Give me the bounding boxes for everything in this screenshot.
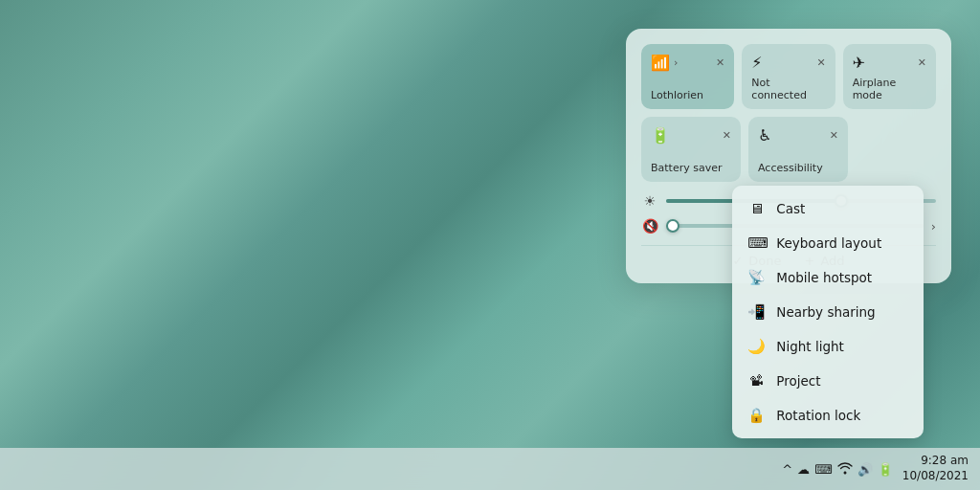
dropdown-item-hotspot[interactable]: 📡 Mobile hotspot xyxy=(732,260,924,295)
volume-thumb[interactable] xyxy=(666,219,679,233)
bluetooth-pin-icon[interactable]: ✕ xyxy=(816,56,825,69)
clock-time: 9:28 am xyxy=(921,454,969,469)
brightness-icon: ☀ xyxy=(641,193,658,209)
dropdown-item-nearby[interactable]: 📲 Nearby sharing xyxy=(732,295,924,329)
wifi-label: Lothlorien xyxy=(651,89,724,101)
dropdown-item-nightlight[interactable]: 🌙 Night light xyxy=(732,329,924,364)
wifi-icon: 📶 xyxy=(651,54,670,72)
quick-settings-dropdown: 🖥 Cast ⌨ Keyboard layout 📡 Mobile hotspo… xyxy=(732,186,924,438)
hotspot-label: Mobile hotspot xyxy=(776,270,872,285)
airplane-label: Airplane mode xyxy=(853,77,926,101)
project-icon: 📽 xyxy=(747,372,765,390)
accessibility-tile[interactable]: ♿ ✕ Accessibility xyxy=(748,117,848,182)
rotation-lock-label: Rotation lock xyxy=(776,408,860,423)
night-light-icon: 🌙 xyxy=(747,338,765,355)
airplane-pin-icon[interactable]: ✕ xyxy=(918,56,926,69)
clock-date: 10/08/2021 xyxy=(902,469,969,484)
system-tray: ^ ☁ ⌨ 🔊 🔋 9:28 am 10/08/2021 xyxy=(782,454,969,483)
tiles-row-2: 🔋 ✕ Battery saver ♿ ✕ Accessibility xyxy=(641,117,936,182)
volume-mute-icon: 🔇 xyxy=(641,218,658,234)
wifi-chevron-icon: › xyxy=(674,56,678,69)
quick-settings-panel: 📶 › ✕ Lothlorien ⚡ ✕ Not connected 🖥 Cas… xyxy=(626,29,951,283)
wifi-tile[interactable]: 📶 › ✕ Lothlorien xyxy=(641,44,734,109)
tray-icons: ^ ☁ ⌨ 🔊 🔋 xyxy=(782,461,893,478)
taskbar: ^ ☁ ⌨ 🔊 🔋 9:28 am 10/08/2021 xyxy=(0,448,980,490)
nearby-sharing-icon: 📲 xyxy=(747,303,765,321)
cast-icon: 🖥 xyxy=(747,200,765,217)
tray-wifi-icon[interactable] xyxy=(837,461,853,478)
hotspot-icon: 📡 xyxy=(747,269,765,286)
cast-label: Cast xyxy=(776,201,805,216)
battery-pin-icon[interactable]: ✕ xyxy=(723,129,731,142)
rotation-lock-icon: 🔒 xyxy=(747,407,765,424)
accessibility-icon: ♿ xyxy=(758,126,771,145)
dropdown-item-rotation[interactable]: 🔒 Rotation lock xyxy=(732,398,924,433)
dropdown-item-project[interactable]: 📽 Project xyxy=(732,364,924,398)
project-label: Project xyxy=(776,373,820,389)
system-clock[interactable]: 9:28 am 10/08/2021 xyxy=(902,454,969,483)
tile-placeholder xyxy=(856,117,936,182)
keyboard-layout-label: Keyboard layout xyxy=(776,235,881,251)
dropdown-item-keyboard[interactable]: ⌨ Keyboard layout xyxy=(732,226,924,260)
battery-saver-icon: 🔋 xyxy=(651,126,670,145)
nearby-sharing-label: Nearby sharing xyxy=(776,304,875,320)
tray-chevron-icon[interactable]: ^ xyxy=(782,462,792,477)
wifi-pin-icon[interactable]: ✕ xyxy=(716,56,724,69)
accessibility-label: Accessibility xyxy=(758,162,838,174)
keyboard-layout-icon: ⌨ xyxy=(747,234,765,252)
volume-nav-icon[interactable]: › xyxy=(931,219,936,234)
bluetooth-tile[interactable]: ⚡ ✕ Not connected 🖥 Cast ⌨ Keyboard layo… xyxy=(742,44,835,109)
tiles-row-1: 📶 › ✕ Lothlorien ⚡ ✕ Not connected 🖥 Cas… xyxy=(641,44,936,109)
tray-keyboard-icon[interactable]: ⌨ xyxy=(814,462,833,477)
airplane-tile[interactable]: ✈ ✕ Airplane mode xyxy=(843,44,936,109)
bluetooth-icon: ⚡ xyxy=(751,54,762,72)
tray-volume-icon[interactable]: 🔊 xyxy=(858,462,873,477)
tray-cloud-icon[interactable]: ☁ xyxy=(797,462,810,477)
accessibility-pin-icon[interactable]: ✕ xyxy=(830,129,838,142)
night-light-label: Night light xyxy=(776,339,843,354)
airplane-icon: ✈ xyxy=(853,54,865,72)
battery-saver-label: Battery saver xyxy=(651,162,731,174)
dropdown-item-cast[interactable]: 🖥 Cast xyxy=(732,191,924,226)
bluetooth-label: Not connected xyxy=(751,77,825,101)
battery-saver-tile[interactable]: 🔋 ✕ Battery saver xyxy=(641,117,741,182)
tray-battery-icon[interactable]: 🔋 xyxy=(878,462,893,477)
